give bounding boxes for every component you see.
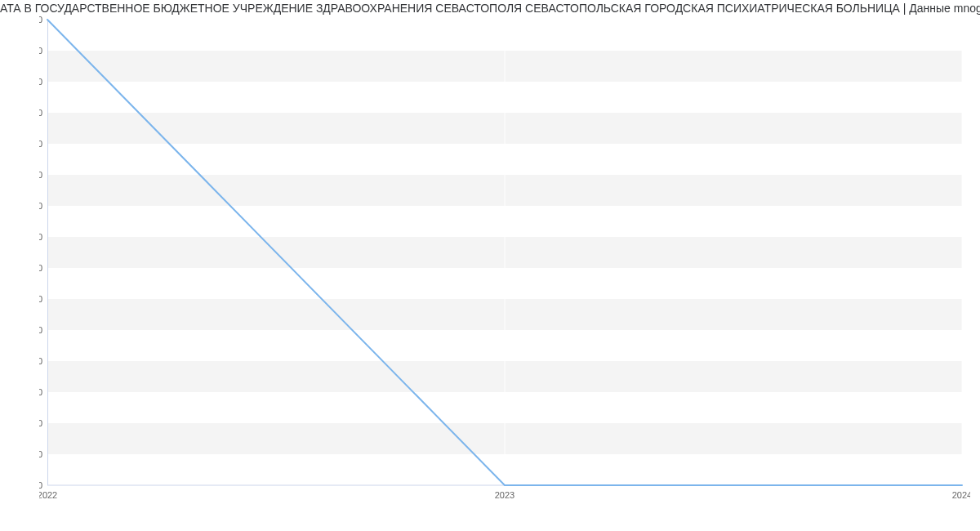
svg-text:86000: 86000	[39, 77, 42, 87]
line-chart: 6000062000640006600068000700007200074000…	[39, 16, 970, 503]
y-tick: 64000	[39, 418, 42, 428]
svg-text:64000: 64000	[39, 418, 42, 428]
y-tick: 86000	[39, 77, 42, 87]
y-tick: 60000	[39, 480, 42, 490]
x-tick: 2022	[39, 490, 57, 500]
y-tick: 68000	[39, 356, 42, 366]
svg-text:2022: 2022	[39, 490, 57, 500]
y-tick: 78000	[39, 201, 42, 211]
svg-text:68000: 68000	[39, 356, 42, 366]
y-tick: 80000	[39, 170, 42, 180]
svg-text:90000: 90000	[39, 16, 42, 25]
svg-text:78000: 78000	[39, 201, 42, 211]
svg-text:88000: 88000	[39, 46, 42, 56]
y-tick: 66000	[39, 387, 42, 397]
chart-area: 6000062000640006600068000700007200074000…	[39, 16, 970, 503]
x-tick: 2023	[495, 490, 514, 500]
y-tick: 76000	[39, 232, 42, 242]
y-tick: 74000	[39, 263, 42, 273]
svg-text:74000: 74000	[39, 263, 42, 273]
y-tick: 82000	[39, 139, 42, 149]
y-tick: 84000	[39, 108, 42, 118]
svg-text:84000: 84000	[39, 108, 42, 118]
svg-text:80000: 80000	[39, 170, 42, 180]
svg-text:72000: 72000	[39, 294, 42, 304]
svg-text:60000: 60000	[39, 480, 42, 490]
svg-text:62000: 62000	[39, 449, 42, 459]
y-tick: 62000	[39, 449, 42, 459]
x-tick: 2024	[952, 490, 970, 500]
svg-text:66000: 66000	[39, 387, 42, 397]
y-tick: 90000	[39, 16, 42, 25]
svg-text:2023: 2023	[495, 490, 514, 500]
y-tick: 70000	[39, 325, 42, 335]
svg-text:82000: 82000	[39, 139, 42, 149]
svg-text:2024: 2024	[952, 490, 970, 500]
svg-text:70000: 70000	[39, 325, 42, 335]
chart-title: АТА В ГОСУДАРСТВЕННОЕ БЮДЖЕТНОЕ УЧРЕЖДЕН…	[0, 2, 980, 15]
y-tick: 88000	[39, 46, 42, 56]
y-tick: 72000	[39, 294, 42, 304]
svg-text:76000: 76000	[39, 232, 42, 242]
